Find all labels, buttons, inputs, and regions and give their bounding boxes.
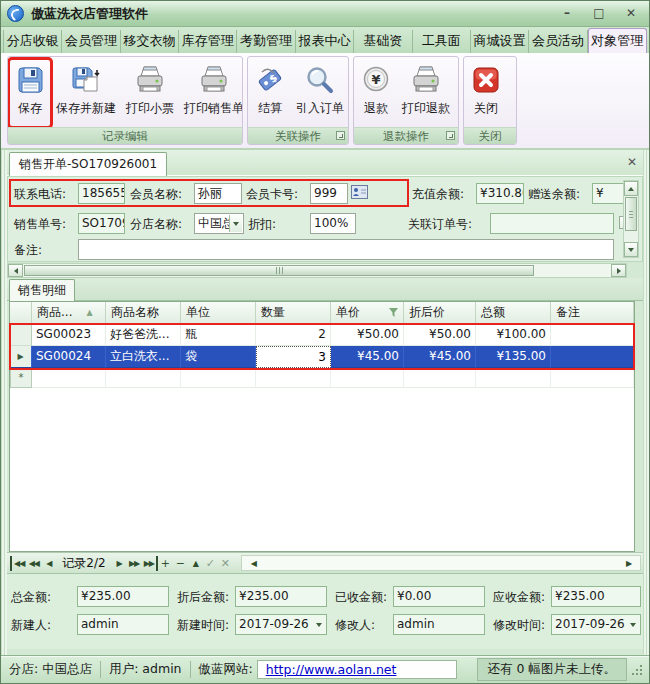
- column-header-unit[interactable]: 单位: [181, 302, 256, 324]
- scroll-down-icon[interactable]: [624, 242, 638, 257]
- nav-post-icon[interactable]: ✓: [203, 556, 218, 571]
- document-close-icon[interactable]: ✕: [627, 155, 637, 169]
- related-order-field[interactable]: [490, 213, 614, 234]
- cell-discounted-price[interactable]: ¥50.00: [404, 324, 476, 346]
- cell-product-name[interactable]: 立白洗衣...: [106, 346, 181, 368]
- scroll-right-icon[interactable]: ▶: [621, 556, 636, 571]
- created-time-field[interactable]: 2017-09-26: [235, 614, 327, 635]
- chevron-down-icon[interactable]: [312, 616, 325, 633]
- close-button[interactable]: ✕: [619, 5, 643, 23]
- cell-product-code[interactable]: SG00024: [32, 346, 106, 368]
- tab-report-center[interactable]: 报表中心: [296, 30, 354, 53]
- tab-attendance[interactable]: 考勤管理: [237, 30, 295, 53]
- maximize-button[interactable]: □: [587, 5, 611, 23]
- grid-horizontal-scrollbar[interactable]: ◀ ▶: [241, 555, 641, 571]
- table-row[interactable]: SG00023 好爸爸洗... 瓶 2 ¥50.00 ¥50.00 ¥100.0…: [10, 324, 634, 346]
- tab-sales-detail[interactable]: 销售明细: [9, 279, 75, 301]
- document-tab-sales-order[interactable]: 销售开单-SO170926001: [9, 152, 167, 176]
- nav-cancel-icon[interactable]: ✕: [218, 556, 233, 571]
- save-and-new-label: 保存并新建: [56, 100, 116, 117]
- chevron-down-icon[interactable]: [626, 616, 639, 633]
- tab-mall-settings[interactable]: 商城设置: [471, 30, 529, 53]
- nav-delete-icon[interactable]: −: [173, 556, 188, 571]
- remark-field[interactable]: [78, 239, 614, 260]
- gift-balance-label: 赠送余额:: [528, 184, 580, 204]
- cell-total[interactable]: ¥135.00: [476, 346, 551, 368]
- refund-button[interactable]: ¥ 退款: [356, 60, 396, 126]
- column-header-total[interactable]: 总额: [476, 302, 551, 324]
- scrollbar-thumb[interactable]: [625, 197, 637, 231]
- modified-time-field[interactable]: 2017-09-26: [551, 614, 641, 635]
- cell-unit-price[interactable]: ¥50.00: [331, 324, 404, 346]
- dialog-launcher-icon[interactable]: [446, 131, 455, 140]
- print-receipt-button[interactable]: 打印小票: [122, 60, 178, 126]
- form-horizontal-scrollbar[interactable]: [7, 263, 627, 278]
- column-header-quantity[interactable]: 数量: [256, 302, 331, 324]
- chevron-down-icon[interactable]: [229, 215, 242, 232]
- column-header-remark[interactable]: 备注: [551, 302, 634, 324]
- cell-remark[interactable]: [551, 324, 634, 346]
- member-name-field[interactable]: 孙丽: [194, 183, 242, 204]
- save-button[interactable]: 保存: [10, 60, 50, 126]
- print-sales-order-button[interactable]: 打印销售单: [180, 60, 243, 126]
- dialog-launcher-icon[interactable]: [336, 131, 345, 140]
- nav-first-icon[interactable]: ◀◀: [10, 556, 26, 571]
- filter-icon[interactable]: [389, 308, 398, 317]
- print-sales-order-label: 打印销售单: [184, 100, 243, 117]
- recharge-balance-field: ¥310.80: [476, 183, 524, 204]
- member-card-field[interactable]: 999: [310, 183, 348, 204]
- cell-unit[interactable]: 袋: [181, 346, 256, 368]
- nav-next-icon[interactable]: ▶: [112, 556, 127, 571]
- scroll-right-icon[interactable]: [611, 264, 626, 277]
- column-header-unit-price[interactable]: 单价: [331, 302, 404, 324]
- scroll-left-icon[interactable]: [8, 264, 23, 277]
- quantity-editor-cell[interactable]: 3: [256, 346, 331, 368]
- scroll-up-icon[interactable]: [624, 181, 638, 196]
- cell-remark[interactable]: [551, 346, 634, 368]
- minimize-button[interactable]: –: [555, 5, 579, 23]
- scroll-left-icon[interactable]: ◀: [246, 556, 261, 571]
- tab-object-management[interactable]: 对象管理: [588, 28, 647, 53]
- tab-member-management[interactable]: 会员管理: [62, 30, 120, 53]
- nav-edit-icon[interactable]: ▲: [188, 556, 203, 571]
- settle-button[interactable]: $ 结算: [250, 60, 290, 126]
- cell-product-code[interactable]: SG00023: [32, 324, 106, 346]
- tab-base-data[interactable]: 基础资: [354, 30, 412, 53]
- cell-total[interactable]: ¥100.00: [476, 324, 551, 346]
- tab-member-activity[interactable]: 会员活动: [529, 30, 587, 53]
- cell-discounted-price[interactable]: ¥45.00: [404, 346, 476, 368]
- save-and-new-button[interactable]: 保存并新建: [52, 60, 120, 126]
- table-row-selected[interactable]: ▶ SG00024 立白洗衣... 袋 3 ¥45.00 ¥45.00 ¥135…: [10, 346, 634, 368]
- branch-combo[interactable]: 中国总: [194, 213, 244, 234]
- print-refund-button[interactable]: 打印退款: [398, 60, 454, 126]
- nav-append-icon[interactable]: +: [158, 556, 173, 571]
- new-row[interactable]: *: [10, 368, 634, 388]
- order-no-label: 销售单号:: [14, 214, 66, 234]
- nav-next-page-icon[interactable]: ▶▶: [127, 556, 142, 571]
- scrollbar-thumb[interactable]: [24, 265, 534, 276]
- tab-branch-cashier[interactable]: 分店收银: [3, 30, 62, 53]
- sales-detail-grid: 商品... ▲ 商品名称 单位 数量 单价 折后价 总额 备注 SG0002: [9, 301, 635, 552]
- form-vertical-scrollbar[interactable]: [623, 180, 639, 258]
- column-header-discounted-price[interactable]: 折后价: [404, 302, 476, 324]
- tab-inventory[interactable]: 库存管理: [179, 30, 237, 53]
- cell-quantity[interactable]: 2: [256, 324, 331, 346]
- column-header-product-code[interactable]: 商品... ▲: [32, 302, 106, 324]
- discount-field[interactable]: 100%: [310, 213, 356, 234]
- cell-product-name[interactable]: 好爸爸洗...: [106, 324, 181, 346]
- group-caption-close: 关闭: [464, 127, 516, 144]
- phone-field[interactable]: 1856559: [78, 183, 125, 204]
- import-order-button[interactable]: 引入订单: [292, 60, 348, 126]
- member-card-icon[interactable]: [351, 185, 368, 199]
- tab-tools[interactable]: 工具面: [413, 30, 471, 53]
- cell-unit-price[interactable]: ¥45.00: [331, 346, 404, 368]
- nav-prev-icon[interactable]: ◀: [41, 556, 56, 571]
- tab-clothes-handover[interactable]: 移交衣物: [121, 30, 179, 53]
- aolan-website-link[interactable]: http://www.aolan.net: [266, 662, 397, 677]
- resize-grip-icon[interactable]: [630, 663, 643, 676]
- nav-last-icon[interactable]: ▶▶: [142, 556, 158, 571]
- cell-unit[interactable]: 瓶: [181, 324, 256, 346]
- close-form-button[interactable]: 关闭: [466, 60, 506, 126]
- nav-prev-page-icon[interactable]: ◀◀: [26, 556, 41, 571]
- column-header-product-name[interactable]: 商品名称: [106, 302, 181, 324]
